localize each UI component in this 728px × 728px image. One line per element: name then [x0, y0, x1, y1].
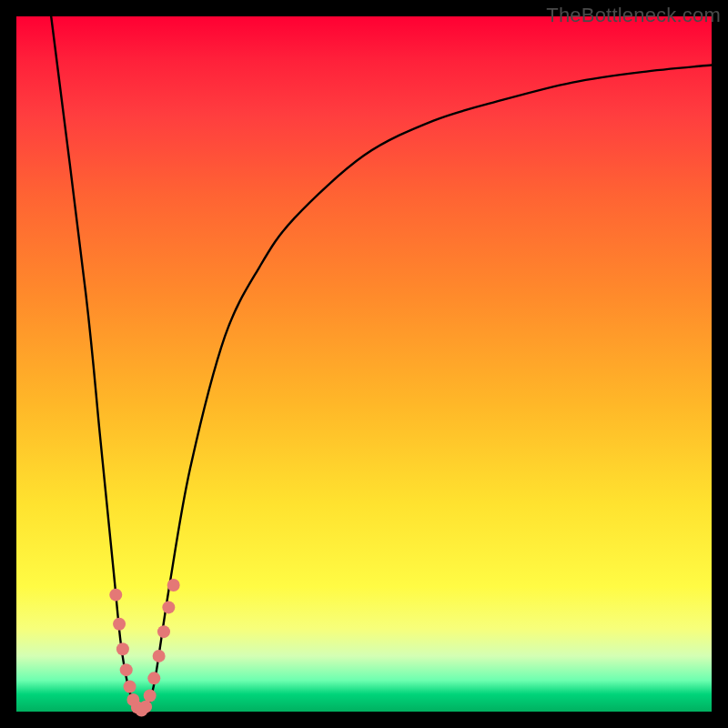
bottleneck-curve [51, 16, 712, 712]
curve-marker [153, 650, 166, 662]
curve-marker [144, 689, 157, 702]
plot-area [16, 16, 712, 712]
curve-marker [113, 618, 126, 631]
curve-marker [124, 681, 136, 693]
curve-marker [120, 663, 133, 676]
curve-marker [139, 701, 152, 713]
curve-marker [147, 672, 160, 684]
curve-marker [109, 589, 122, 602]
chart-frame: TheBottleneck.com [0, 0, 728, 728]
curve-marker [157, 625, 170, 638]
curve-markers [109, 579, 179, 717]
curve-marker [162, 601, 175, 613]
curve-marker [116, 642, 129, 655]
curve-marker [167, 579, 180, 592]
watermark-text: TheBottleneck.com [546, 4, 721, 27]
curve-layer [16, 16, 712, 712]
